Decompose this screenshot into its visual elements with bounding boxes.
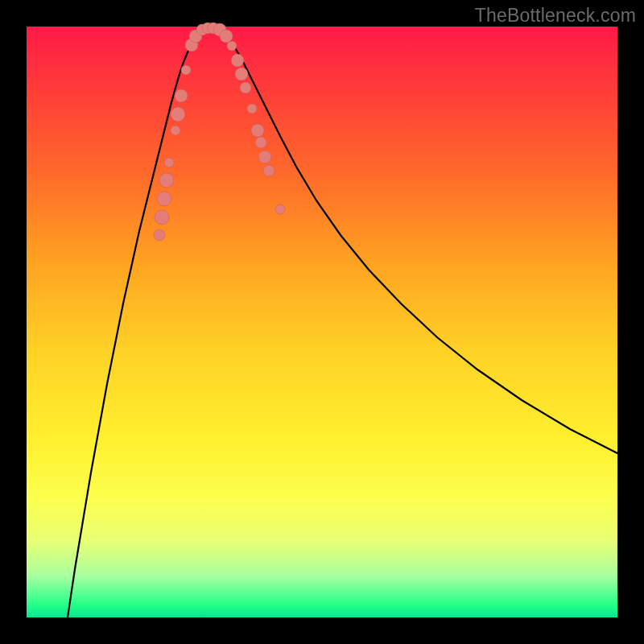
curve-right-curve: [216, 30, 617, 453]
data-point: [157, 192, 171, 206]
data-point: [231, 54, 244, 67]
chart-frame: TheBottleneck.com: [0, 0, 644, 644]
data-point: [171, 107, 185, 122]
marker-group: [154, 23, 285, 241]
chart-svg: [27, 27, 617, 617]
data-point: [247, 104, 257, 114]
data-point: [164, 158, 174, 167]
data-point: [159, 173, 174, 188]
watermark-label: TheBottleneck.com: [475, 5, 636, 27]
data-point: [175, 89, 188, 102]
data-point: [251, 124, 264, 137]
data-point: [275, 204, 285, 214]
data-point: [181, 65, 191, 75]
data-point: [154, 229, 165, 241]
data-point: [220, 30, 233, 43]
plot-area: [27, 27, 617, 617]
data-point: [258, 151, 271, 163]
curve-group: [68, 30, 617, 617]
data-point: [235, 68, 248, 80]
data-point: [155, 210, 169, 225]
data-point: [227, 41, 237, 51]
data-point: [171, 126, 180, 135]
data-point: [255, 137, 266, 148]
data-point: [240, 82, 251, 93]
data-point: [263, 165, 275, 176]
